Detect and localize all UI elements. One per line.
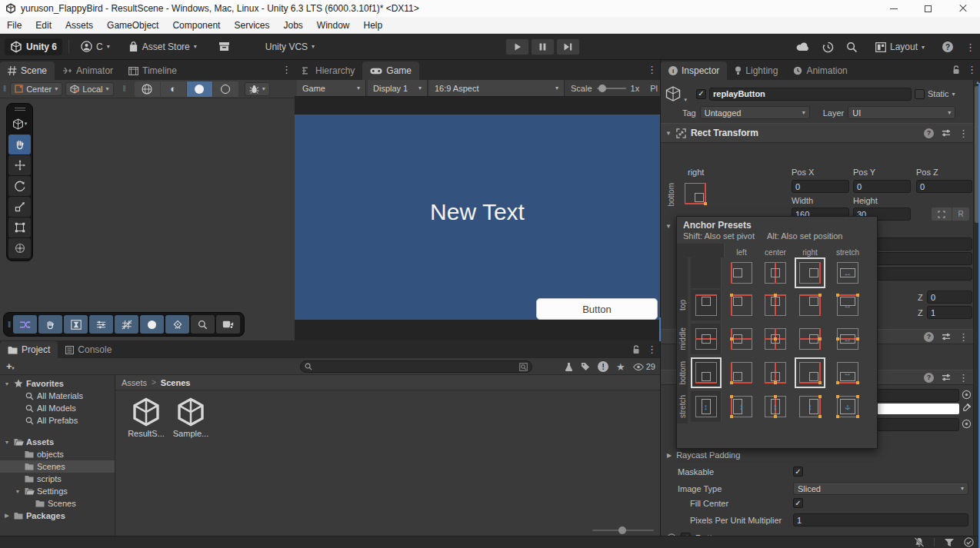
unity-version-chip[interactable]: Unity 6 bbox=[5, 38, 62, 55]
cloud-icon[interactable] bbox=[796, 42, 810, 51]
pos-y-field[interactable] bbox=[853, 180, 911, 193]
menu-edit[interactable]: Edit bbox=[28, 17, 58, 34]
debug-draw-dropdown[interactable]: ▾ bbox=[245, 82, 270, 96]
scene-viewport[interactable]: ▾ ‖ bbox=[0, 98, 295, 340]
anchor-preset-left-top[interactable] bbox=[726, 290, 757, 320]
scale-z-field[interactable] bbox=[927, 306, 972, 319]
presets-icon[interactable] bbox=[942, 333, 951, 341]
lock-icon[interactable] bbox=[952, 65, 960, 75]
star-icon[interactable]: ★ bbox=[616, 361, 625, 373]
kebab-menu-icon[interactable]: ⋮ bbox=[647, 64, 657, 75]
notifications-muted-icon[interactable] bbox=[914, 537, 925, 547]
help-icon[interactable]: ? bbox=[924, 332, 934, 342]
anchor-preset-right-stretch[interactable]: ↕ bbox=[795, 391, 825, 422]
kebab-menu-icon[interactable]: ⋮ bbox=[958, 372, 968, 384]
shaded-mode-button[interactable] bbox=[187, 81, 212, 97]
tree-item-all-prefabs[interactable]: All Prefabs bbox=[0, 414, 115, 427]
drag-handle-icon[interactable]: ‖ bbox=[123, 85, 127, 93]
display-dropdown[interactable]: Display 1 ▾ bbox=[368, 80, 428, 97]
anchor-preset-right-middle[interactable] bbox=[795, 324, 825, 354]
gizmo-toggle-button[interactable] bbox=[13, 315, 37, 334]
project-search-input[interactable] bbox=[315, 361, 516, 372]
menu-window[interactable]: Window bbox=[310, 17, 357, 34]
foldout-open-icon[interactable]: ▼ bbox=[14, 489, 22, 494]
anchor-preset-stretch-middle[interactable]: ↔ bbox=[832, 324, 863, 354]
archive-button[interactable] bbox=[213, 39, 235, 54]
levels-button[interactable] bbox=[89, 315, 113, 334]
pivot-mode-dropdown[interactable]: Center ▾ bbox=[10, 82, 62, 96]
tree-item-scenes[interactable]: Scenes bbox=[0, 497, 115, 510]
blueprint-mode-button[interactable] bbox=[932, 208, 952, 221]
asset-resultscene[interactable]: ResultS... bbox=[126, 397, 166, 438]
drag-handle-icon[interactable]: ‖ bbox=[3, 85, 7, 93]
tree-item-objects[interactable]: objects bbox=[0, 448, 115, 460]
tool-context-dropdown[interactable]: ▾ bbox=[8, 114, 31, 134]
kebab-menu-icon[interactable]: ⋮ bbox=[965, 42, 975, 53]
move-tool-button[interactable] bbox=[8, 155, 31, 175]
tree-item-packages[interactable]: ▶Packages bbox=[0, 510, 115, 522]
space-mode-dropdown[interactable]: Local ▾ bbox=[65, 82, 113, 96]
kebab-menu-icon[interactable]: ⋮ bbox=[958, 128, 968, 139]
layer-dropdown[interactable]: UI ▾ bbox=[848, 106, 955, 119]
anchor-preset-right-bottom[interactable] bbox=[795, 357, 825, 388]
color-swatch[interactable] bbox=[868, 404, 959, 414]
tree-item-assets[interactable]: ▼Assets bbox=[0, 436, 115, 448]
gameobject-name-field[interactable] bbox=[709, 88, 912, 101]
tab-scene[interactable]: Scene bbox=[0, 61, 55, 80]
menu-assets[interactable]: Assets bbox=[58, 17, 100, 34]
menu-help[interactable]: Help bbox=[357, 17, 390, 34]
menu-gameobject[interactable]: GameObject bbox=[100, 17, 165, 34]
unity-vcs-dropdown[interactable]: Unity VCS ▾ bbox=[260, 39, 320, 55]
flask-icon[interactable] bbox=[565, 362, 573, 371]
project-search-field[interactable] bbox=[300, 360, 532, 373]
anchor-preset-center-top[interactable] bbox=[760, 290, 791, 320]
foldout-closed-icon[interactable]: ▶ bbox=[667, 452, 672, 459]
tab-animation[interactable]: Animation bbox=[785, 61, 855, 80]
anchor-preset-h-left[interactable] bbox=[726, 257, 757, 288]
raycast-padding-row[interactable]: ▶ Raycast Padding bbox=[667, 450, 740, 460]
tree-item-favorites[interactable]: ▼Favorites bbox=[0, 377, 115, 390]
tab-inspector[interactable]: i Inspector bbox=[661, 61, 727, 80]
object-picker-icon[interactable] bbox=[962, 390, 972, 400]
account-dropdown[interactable]: C ▾ bbox=[75, 38, 115, 55]
chevron-down-icon[interactable]: ▾ bbox=[952, 91, 955, 98]
lighting-toggle-button[interactable] bbox=[140, 315, 164, 334]
foldout-open-icon[interactable]: ▼ bbox=[3, 381, 11, 387]
breadcrumb-current[interactable]: Scenes bbox=[161, 378, 191, 387]
scene-search-button[interactable] bbox=[191, 315, 215, 334]
game-viewport[interactable]: New Text Button bbox=[295, 97, 660, 340]
pivot-field-fragment[interactable] bbox=[868, 267, 972, 281]
kebab-menu-icon[interactable]: ⋮ bbox=[967, 64, 977, 75]
scene-camera-button[interactable] bbox=[216, 315, 240, 334]
tab-animator[interactable]: Animator bbox=[55, 61, 121, 80]
image-type-dropdown[interactable]: Sliced ▾ bbox=[793, 482, 968, 495]
pos-z-field[interactable] bbox=[916, 180, 972, 193]
rotation-z-field[interactable] bbox=[927, 291, 972, 304]
project-content[interactable]: Assets > Scenes ResultS... Sample... bbox=[115, 375, 660, 536]
minimize-button[interactable] bbox=[876, 0, 911, 17]
anchor-preset-stretch-stretch[interactable]: ↔↕ bbox=[832, 391, 863, 422]
menu-jobs[interactable]: Jobs bbox=[276, 17, 309, 34]
anchor-preview-widget[interactable] bbox=[680, 178, 711, 209]
help-icon[interactable]: ? bbox=[924, 128, 934, 138]
rect-tool-button[interactable] bbox=[8, 218, 31, 237]
panel-splitter-accent[interactable] bbox=[659, 317, 661, 341]
history-icon[interactable] bbox=[822, 42, 834, 53]
pause-button[interactable] bbox=[531, 38, 555, 55]
aspect-dropdown[interactable]: 16:9 Aspect ▾ bbox=[429, 80, 565, 97]
close-button[interactable] bbox=[945, 0, 980, 17]
label-tag-icon[interactable] bbox=[581, 362, 590, 371]
play-button[interactable] bbox=[505, 38, 529, 55]
play-focused-clipped[interactable]: Pl bbox=[650, 84, 658, 93]
grid-visibility-button[interactable] bbox=[115, 315, 138, 334]
shaded-wireframe-button[interactable]: ◐ bbox=[161, 81, 186, 97]
static-checkbox[interactable] bbox=[915, 89, 925, 99]
anchor-preset-center-stretch[interactable]: ↕ bbox=[760, 391, 791, 422]
search-icon[interactable] bbox=[846, 42, 858, 53]
pos-x-field[interactable] bbox=[792, 180, 849, 193]
help-icon[interactable]: ? bbox=[924, 373, 934, 383]
tab-game[interactable]: Game bbox=[362, 61, 419, 80]
search-filter-icon[interactable] bbox=[519, 363, 528, 371]
layout-dropdown[interactable]: Layout ▾ bbox=[870, 39, 930, 55]
progress-ok-icon[interactable] bbox=[964, 537, 974, 547]
